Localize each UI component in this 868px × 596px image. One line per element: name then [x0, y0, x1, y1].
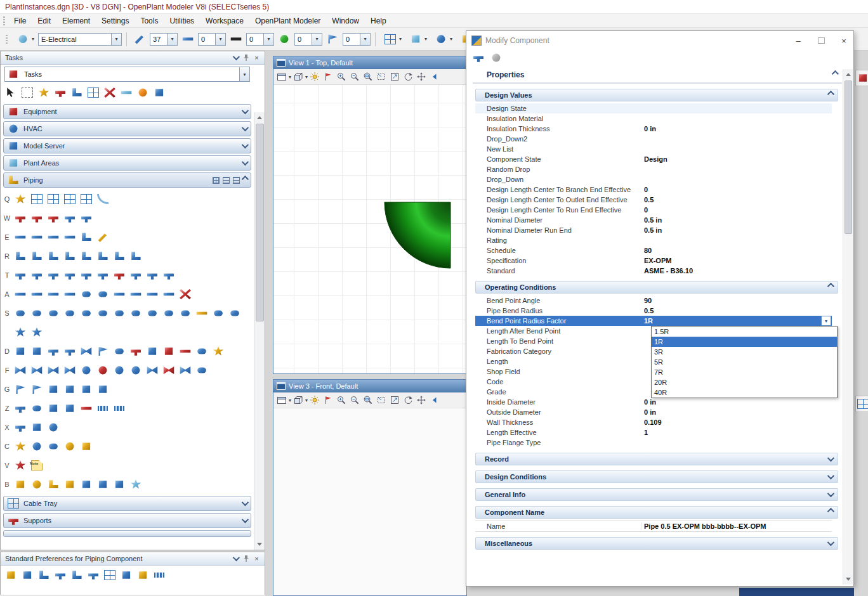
property-value[interactable]: 0.109 [641, 418, 832, 426]
elbow-icon[interactable] [45, 477, 62, 492]
zoom-window-icon[interactable] [361, 70, 374, 83]
elbow-icon[interactable] [78, 249, 95, 264]
bar-icon[interactable] [29, 287, 45, 302]
tee-icon[interactable] [62, 268, 78, 283]
box-icon[interactable] [111, 477, 128, 492]
close-button[interactable]: × [834, 32, 853, 49]
group-record[interactable]: Record [475, 453, 838, 465]
pencil-icon[interactable] [131, 32, 148, 47]
coil-icon[interactable] [111, 401, 128, 416]
circle-icon[interactable] [135, 85, 151, 100]
valve-icon[interactable] [161, 363, 177, 378]
menubar-grip[interactable] [3, 16, 5, 25]
flag-icon[interactable] [12, 382, 29, 397]
render-icon[interactable] [291, 70, 305, 83]
menu-tools[interactable]: Tools [135, 15, 164, 27]
dropdown-option[interactable]: 3R [652, 347, 837, 357]
tasks-combo[interactable]: Tasks▾ [4, 67, 250, 82]
property-value[interactable]: 90 [641, 297, 832, 304]
marker-icon[interactable] [321, 394, 334, 406]
tasks-combo-dropdown[interactable]: ▾ [239, 67, 249, 81]
zoom-out-icon[interactable] [348, 70, 361, 83]
view1-title-bar[interactable]: View 1 - Top, Default [273, 56, 466, 69]
property-row[interactable]: Design Length Center To Branch End Effec… [475, 185, 832, 195]
circle-icon[interactable] [29, 439, 45, 454]
scroll-thumb[interactable] [845, 81, 852, 234]
zoom-out-icon[interactable] [348, 394, 361, 406]
valve-icon[interactable] [62, 363, 78, 378]
rotate-icon[interactable] [401, 394, 414, 406]
circle-icon[interactable] [111, 363, 128, 378]
cyl-icon[interactable] [45, 306, 62, 321]
box-icon[interactable] [144, 344, 161, 359]
property-row[interactable]: Wall Thickness0.109 [475, 417, 832, 427]
chevron-down-icon[interactable] [827, 455, 834, 462]
zoom-window-icon[interactable] [361, 394, 374, 406]
scroll-up-button[interactable] [843, 69, 853, 79]
scroll-down-button[interactable] [254, 540, 265, 550]
tee-icon[interactable] [12, 420, 29, 435]
flag-icon[interactable] [95, 344, 111, 359]
tee-icon[interactable] [470, 50, 487, 65]
property-row[interactable]: NamePipe 0.5 EX-OPM bbb-bbbb--EX-OPM [475, 521, 832, 532]
elbow-icon[interactable] [111, 249, 128, 264]
bar-icon[interactable] [78, 401, 95, 416]
box-icon[interactable] [29, 344, 45, 359]
property-value[interactable]: 0 [641, 206, 832, 214]
dashbox-icon[interactable] [19, 85, 36, 100]
value-dropdown-button[interactable]: ▾ [821, 316, 831, 326]
elbow-icon[interactable] [29, 249, 45, 264]
box-icon[interactable] [12, 477, 29, 492]
xmark-icon[interactable] [102, 85, 118, 100]
elbow-icon[interactable] [69, 567, 85, 583]
tee-icon[interactable] [12, 211, 29, 226]
bar-icon[interactable] [12, 230, 29, 245]
property-value[interactable]: 1R [641, 317, 821, 325]
attribute-spinner-4-dropdown[interactable]: ▾ [360, 34, 370, 45]
cyl-icon[interactable] [194, 363, 210, 378]
view-display-icon[interactable] [275, 70, 288, 83]
property-row[interactable]: Nominal Diameter Run End0.5 in [475, 225, 832, 235]
zoom-in-icon[interactable] [334, 70, 348, 83]
pipe-elbow-graphic[interactable] [383, 202, 451, 270]
tee-icon[interactable] [85, 567, 102, 583]
bar-icon[interactable] [118, 85, 135, 100]
box-icon[interactable] [19, 567, 36, 583]
bar-icon[interactable] [45, 230, 62, 245]
box-icon[interactable] [118, 567, 135, 583]
grid-icon[interactable] [78, 191, 95, 207]
rotate-icon[interactable] [401, 70, 414, 83]
pencil-icon[interactable] [95, 230, 111, 245]
property-row[interactable]: Bend Point Angle90 [475, 295, 832, 306]
box-icon[interactable] [78, 439, 95, 454]
dialog-scrollbar[interactable] [843, 69, 853, 585]
attribute-spinner-1[interactable]: 0▾ [198, 33, 226, 46]
property-value[interactable]: 0.5 in [641, 226, 832, 234]
valve-icon[interactable] [29, 363, 45, 378]
property-row[interactable]: StandardASME - B36.10 [475, 266, 832, 276]
valve-icon[interactable] [45, 363, 62, 378]
stdprefs-close-button[interactable]: × [251, 554, 262, 564]
cyl-icon[interactable] [78, 306, 95, 321]
tee-icon[interactable] [12, 268, 29, 283]
circle-icon[interactable] [45, 420, 62, 435]
cyl-icon[interactable] [45, 439, 62, 454]
chevron-up-icon[interactable] [832, 70, 839, 77]
property-row[interactable]: Design Length Center To Outlet End Effec… [475, 195, 832, 205]
bar-icon[interactable] [62, 287, 78, 302]
grid-icon[interactable] [855, 396, 868, 411]
dropdown-option[interactable]: 1R [652, 337, 837, 347]
attribute-spinner-0[interactable]: 37▾ [150, 33, 178, 46]
property-row[interactable]: Design Length Center To Run End Effectiv… [475, 205, 832, 215]
window-area-icon[interactable] [374, 70, 388, 83]
window-area-icon[interactable] [374, 394, 388, 406]
cyl-icon[interactable] [161, 306, 177, 321]
box-icon[interactable] [78, 382, 95, 397]
tee-icon[interactable] [161, 268, 177, 283]
tee-icon[interactable] [12, 401, 29, 416]
group-design-values[interactable]: Design Values [475, 89, 838, 101]
toolbar-dropdown-button-2[interactable]: ▾ [431, 30, 454, 48]
bar-icon[interactable] [128, 287, 144, 302]
chevron-down-icon[interactable] [827, 490, 834, 497]
stdprefs-caption-bar[interactable]: Standard Preferences for Piping Componen… [1, 552, 265, 566]
